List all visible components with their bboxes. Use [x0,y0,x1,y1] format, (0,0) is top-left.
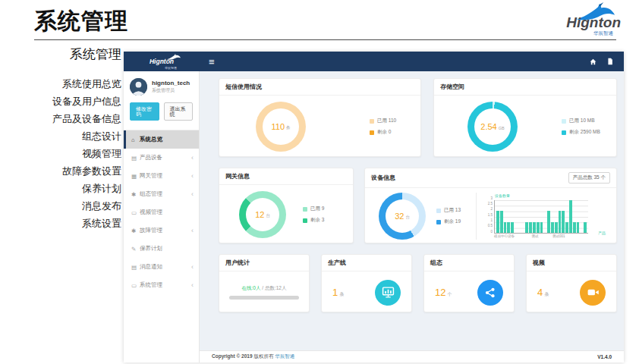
home-icon: ⌂ [131,136,140,143]
total-count: 总数:12人 [265,285,287,290]
sidebar-item-scada[interactable]: ✱ 组态管理 ‹ [124,185,199,203]
sidebar-item-overview[interactable]: ⌂ 系统总览 [124,130,199,149]
scada-card: 组态 12 个 [423,254,515,312]
sidebar-item-label: 消息通知 [140,263,162,271]
sidebar-item-message[interactable]: ▤ 消息通知 ‹ [124,258,199,276]
share-nodes-icon [484,287,496,299]
gateway-icon: ▦ [131,173,140,180]
home-icon[interactable] [590,58,597,65]
sidebar-item-system[interactable]: ▭ 系统管理 ‹ [124,276,199,294]
nav-item-scada-design[interactable]: 组态设计 [0,127,121,145]
avatar[interactable] [130,78,147,96]
person-icon [130,78,147,96]
device-bar-chart: 设备数量 00.511.522.53 模拟中心设备测试测试001 产品 [484,193,604,239]
user-stats-text: 在线:0人 / 总数:12人 [242,285,287,292]
legend-label: 剩余 2590 MB [569,129,600,136]
nav-item-device-user[interactable]: 设备及用户信息 [0,93,121,110]
sidebar-item-label: 网关管理 [140,172,162,180]
app-main: 短信使用情况 110条 已用 110 剩余 0 存储空间 [200,71,624,362]
copyright-year: Copyright © 2019 [212,353,253,359]
monitor-icon: ▭ [131,209,140,216]
legend-swatch [436,220,441,224]
legend-swatch [370,130,374,135]
donut-value: 2.54 [480,122,496,131]
sidebar-item-maintenance[interactable]: ✎ 保养计划 [124,240,199,258]
logo-name: Hignton [545,15,621,30]
nav-item-message[interactable]: 消息发布 [0,197,121,215]
nav-item-video[interactable]: 视频管理 [0,145,121,162]
title-underline [34,39,616,40]
sidebar-item-gateway[interactable]: ▦ 网关管理 ‹ [124,167,199,185]
card-title: 用户统计 [225,259,250,267]
sidebar-item-fault[interactable]: ✱ 故障管理 ‹ [124,221,199,240]
legend-swatch [436,209,441,213]
sidebar-item-label: 产品设备 [140,154,162,162]
chart-y-ticks: 00.511.522.53 [484,200,494,234]
sidebar-item-label: 保养计划 [140,245,162,253]
chevron-icon: ‹ [191,191,194,198]
production-line-icon [375,280,401,306]
nav-item-overview[interactable]: 系统使用总览 [0,75,121,93]
sidebar-menu: ⌂ 系统总览 ▤ 产品设备 ‹ ▦ 网关管理 ‹ ✱ 组态管理 ‹ [124,130,199,294]
sidebar-item-video[interactable]: ▭ 视频管理 [124,203,199,221]
sms-legend: 已用 110 剩余 0 [370,118,396,136]
app-topbar: Hignton 华辰智通 ≡ [124,52,624,71]
gears-icon: ✱ [131,228,140,234]
video-icon-circle [580,280,606,306]
stat-unit: 个 [447,291,452,298]
card-title: 短信使用情况 [225,83,262,91]
monitor-icon: ▭ [131,282,140,289]
stat-value: 1 [332,287,338,298]
nav-title: 系统管理 [0,46,121,63]
legend-swatch [562,119,566,124]
legend-label: 剩余 3 [310,217,324,224]
card-title: 生产线 [328,259,346,267]
gateway-card: 网关信息 12台 已用 9 剩余 3 [219,168,354,243]
app-window: Hignton 华辰智通 ≡ [124,52,624,362]
sidebar-item-products[interactable]: ▤ 产品设备 ‹ [124,149,199,167]
chevron-icon: ‹ [191,228,194,234]
logout-button[interactable]: 退出系统 [164,102,194,121]
legend-label: 已用 9 [310,206,324,212]
chart-x-ticks: 模拟中心设备测试测试001 [494,234,588,239]
change-password-button[interactable]: 修改密码 [130,102,159,121]
storage-donut-chart: 2.54GB [467,102,518,152]
card-title: 网关信息 [225,172,250,180]
sidebar-item-label: 视频管理 [140,209,162,216]
document-icon[interactable] [607,58,613,65]
sidebar-item-label: 系统总览 [140,136,162,143]
logo-subtitle: 华辰智通 [545,30,613,37]
gears-icon: ✱ [131,191,140,198]
chart-y-axis-label: 设备数量 [495,193,604,198]
app-sidebar: hignton_tech 系统管理员 修改密码 退出系统 ⌂ 系统总览 ▤ 产品… [124,71,200,362]
nav-item-settings[interactable]: 系统设置 [0,215,121,232]
card-title: 存储空间 [440,83,464,91]
stat-unit: 条 [339,291,344,298]
user-stats-card: 用户统计 在线:0人 / 总数:12人 [219,254,310,312]
legend-label: 剩余 19 [444,218,461,225]
user-box: hignton_tech 系统管理员 [124,71,199,101]
nav-item-fault-params[interactable]: 故障参数设置 [0,162,121,180]
document-nav: 系统管理 系统使用总览 设备及用户信息 产品及设备信息 组态设计 视频管理 故障… [0,46,121,232]
sms-usage-card: 短信使用情况 110条 已用 110 剩余 0 [219,78,421,157]
brand-subtitle: 华辰智通 [165,66,177,70]
nav-item-maintenance[interactable]: 保养计划 [0,180,121,197]
donut-unit: GB [499,126,505,130]
company-link[interactable]: 华辰智通 [275,353,294,359]
video-camera-icon [587,286,600,299]
storage-legend: 已用 10 MB 剩余 2590 MB [562,118,600,136]
gateway-legend: 已用 9 剩余 3 [303,206,324,224]
card-title: 组态 [430,259,442,267]
legend-label: 已用 110 [377,118,396,124]
sidebar-toggle-icon[interactable]: ≡ [209,57,215,67]
antelope-icon [166,53,181,61]
sms-donut-chart: 110条 [256,102,306,152]
chevron-icon: ‹ [191,173,194,180]
nav-item-product-device[interactable]: 产品及设备信息 [0,110,121,127]
legend-label: 已用 13 [444,207,461,214]
gateway-donut-chart: 12台 [239,191,286,238]
monitor-chart-icon [382,286,395,299]
app-footer: Copyright © 2019 版权所有 华辰智通 V1.4.0 [200,350,624,362]
donut-unit: 台 [405,215,410,220]
production-line-card: 生产线 1 条 [321,254,412,312]
